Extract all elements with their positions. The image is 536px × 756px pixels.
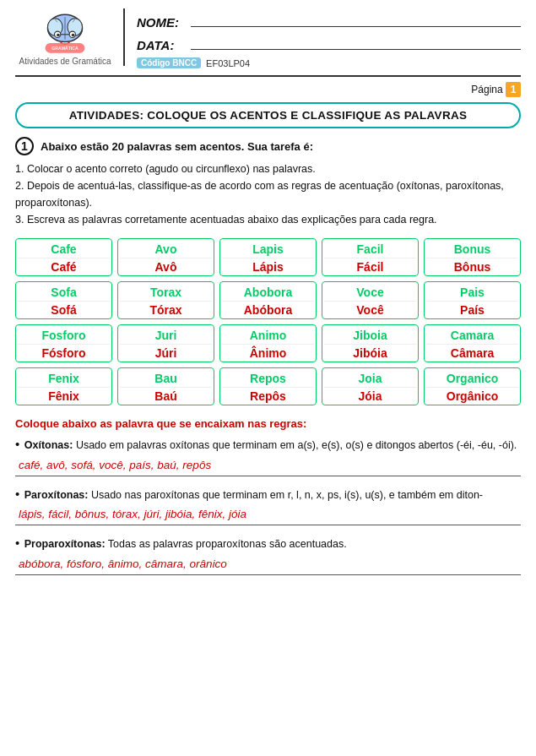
word-cell: JoiaJóia <box>322 367 419 405</box>
rule-name: Oxítonas: <box>24 439 73 451</box>
word-accented: Ânimo <box>222 344 314 360</box>
word-original: Voce <box>324 286 416 299</box>
word-accented: Câmara <box>426 344 518 360</box>
pagina-number: 1 <box>506 82 521 97</box>
exercise-description: Abaixo estão 20 palavras sem acentos. Su… <box>41 140 313 153</box>
rule-block-2: • Paroxítonas: Usado nas paroxítonas que… <box>15 485 521 526</box>
word-accented: Júri <box>120 344 212 360</box>
words-grid: CafeCaféAvoAvôLapisLápisFacilFácilBonusB… <box>15 238 521 405</box>
instructions: 1. Colocar o acento correto (agudo ou ci… <box>15 160 521 228</box>
activity-title: ATIVIDADES: COLOQUE OS ACENTOS E CLASSIF… <box>15 102 521 128</box>
word-accented: Orgânico <box>426 387 518 403</box>
word-cell: VoceVocê <box>322 281 419 319</box>
header-fields: NOME: DATA: Código BNCC EF03LP04 <box>137 8 521 68</box>
word-cell: ReposRepôs <box>219 367 317 405</box>
logo-icon: GRAMÁTICA <box>40 8 90 55</box>
instruction-2: 2. Depois de acentuá-las, classifique-as… <box>15 177 521 211</box>
word-cell: BauBaú <box>117 367 214 405</box>
rule-answer[interactable]: lápis, fácil, bônus, tórax, júri, jibóia… <box>15 505 521 525</box>
word-cell: FosforoFósforo <box>15 324 112 362</box>
word-original: Torax <box>120 286 212 299</box>
word-accented: Jóia <box>324 387 416 403</box>
bullet-icon: • <box>15 536 19 550</box>
exercise-header: 1 Abaixo estão 20 palavras sem acentos. … <box>15 137 521 155</box>
word-cell: OrganicoOrgânico <box>424 367 521 405</box>
word-original: Fenix <box>18 372 110 385</box>
word-accented: Jibóia <box>324 344 416 360</box>
word-original: Camara <box>426 329 518 342</box>
svg-text:GRAMÁTICA: GRAMÁTICA <box>51 46 79 51</box>
word-original: Bau <box>120 372 212 385</box>
rule-text: • Paroxítonas: Usado nas paroxítonas que… <box>15 485 521 504</box>
instruction-1: 1. Colocar o acento correto (agudo ou ci… <box>15 160 521 177</box>
word-original: Sofa <box>18 286 110 299</box>
word-accented: Café <box>18 258 110 274</box>
data-row: DATA: <box>137 35 521 52</box>
pagina-row: Página 1 <box>15 82 521 97</box>
word-original: Pais <box>426 286 518 299</box>
word-cell: CamaraCâmara <box>424 324 521 362</box>
word-accented: Você <box>324 301 416 317</box>
word-original: Fosforo <box>18 329 110 342</box>
rule-answer[interactable]: abóbora, fósforo, ânimo, câmara, orânico <box>15 555 521 575</box>
word-cell: CafeCafé <box>15 238 112 276</box>
svg-point-6 <box>57 34 60 37</box>
data-line[interactable] <box>191 35 521 50</box>
instruction-3: 3. Escreva as palavras corretamente acen… <box>15 211 521 228</box>
word-accented: Sofá <box>18 301 110 317</box>
word-cell: AboboraAbóbora <box>219 281 317 319</box>
word-cell: JiboiaJibóia <box>322 324 419 362</box>
bullet-icon: • <box>15 437 19 451</box>
word-accented: Baú <box>120 387 212 403</box>
word-original: Organico <box>426 372 518 385</box>
word-cell: PaisPaís <box>424 281 521 319</box>
word-accented: Fácil <box>324 258 416 274</box>
rule-block-3: • Proparoxítonas: Todas as palavras prop… <box>15 534 521 575</box>
word-accented: País <box>426 301 518 317</box>
nome-label: NOME: <box>137 15 186 30</box>
bncc-code: EF03LP04 <box>206 58 250 68</box>
rule-block-1: • Oxítonas: Usado em palavras oxítonas q… <box>15 435 521 476</box>
header: GRAMÁTICA Atividades de Gramática NOME: … <box>15 8 521 77</box>
word-cell: ToraxTórax <box>117 281 214 319</box>
rules-title: Coloque abaixo as palavra que se encaixa… <box>15 417 521 430</box>
word-cell: FacilFácil <box>322 238 419 276</box>
nome-line[interactable] <box>191 12 521 27</box>
pagina-label: Página <box>471 84 502 95</box>
rule-name: Paroxítonas: <box>24 489 89 501</box>
word-accented: Bônus <box>426 258 518 274</box>
word-accented: Abóbora <box>222 301 314 317</box>
word-original: Repos <box>222 372 314 385</box>
word-original: Abobora <box>222 286 314 299</box>
nome-row: NOME: <box>137 12 521 30</box>
svg-point-7 <box>72 34 75 37</box>
word-cell: JuriJúri <box>117 324 214 362</box>
bncc-row: Código BNCC EF03LP04 <box>137 57 521 68</box>
word-original: Animo <box>222 329 314 342</box>
word-cell: LapisLápis <box>219 238 317 276</box>
word-cell: BonusBônus <box>424 238 521 276</box>
word-accented: Lápis <box>222 258 314 274</box>
rules-section: Coloque abaixo as palavra que se encaixa… <box>15 417 521 575</box>
word-original: Joia <box>324 372 416 385</box>
word-accented: Repôs <box>222 387 314 403</box>
word-original: Lapis <box>222 242 314 256</box>
data-label: DATA: <box>137 38 186 52</box>
word-accented: Tórax <box>120 301 212 317</box>
word-accented: Fósforo <box>18 344 110 360</box>
word-original: Bonus <box>426 242 518 256</box>
word-cell: FenixFênix <box>15 367 112 405</box>
word-original: Juri <box>120 329 212 342</box>
word-accented: Avô <box>120 258 212 274</box>
word-accented: Fênix <box>18 387 110 403</box>
rule-text: • Oxítonas: Usado em palavras oxítonas q… <box>15 435 521 454</box>
logo-subtitle: Atividades de Gramática <box>19 57 111 66</box>
rule-answer[interactable]: café, avô, sofá, você, país, baú, repôs <box>15 456 521 476</box>
word-cell: SofaSofá <box>15 281 112 319</box>
rule-name: Proparoxítonas: <box>24 538 106 550</box>
logo-area: GRAMÁTICA Atividades de Gramática <box>15 8 125 66</box>
rule-text: • Proparoxítonas: Todas as palavras prop… <box>15 534 521 553</box>
word-original: Avo <box>120 242 212 256</box>
word-original: Cafe <box>18 242 110 256</box>
word-original: Facil <box>324 242 416 256</box>
